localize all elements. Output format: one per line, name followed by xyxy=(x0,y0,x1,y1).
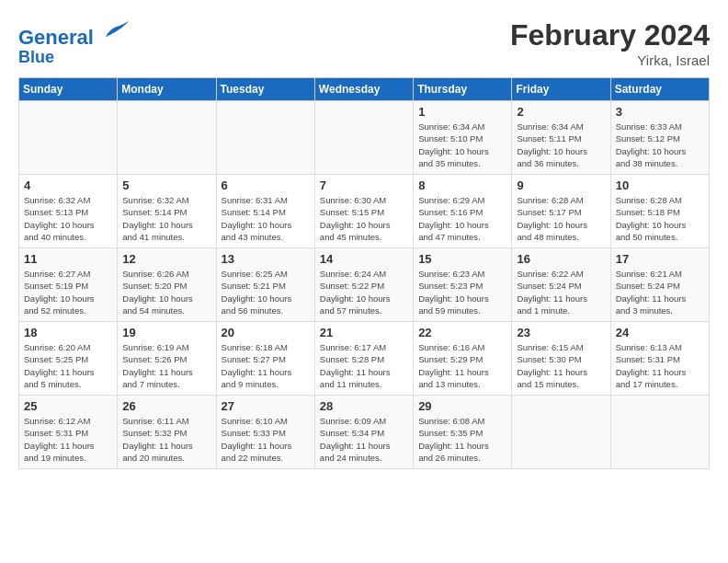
day-number: 4 xyxy=(24,178,112,192)
day-info: Sunrise: 6:30 AMSunset: 5:15 PMDaylight:… xyxy=(320,194,408,243)
day-number: 21 xyxy=(320,326,408,339)
weekday-header-thursday: Thursday xyxy=(414,78,512,101)
day-info: Sunrise: 6:09 AMSunset: 5:34 PMDaylight:… xyxy=(320,415,408,464)
day-number: 3 xyxy=(616,105,704,119)
day-info: Sunrise: 6:10 AMSunset: 5:33 PMDaylight:… xyxy=(222,415,310,464)
day-info: Sunrise: 6:22 AMSunset: 5:24 PMDaylight:… xyxy=(517,268,605,316)
calendar-cell: 9Sunrise: 6:28 AMSunset: 5:17 PMDaylight… xyxy=(512,175,610,248)
day-info: Sunrise: 6:12 AMSunset: 5:31 PMDaylight:… xyxy=(24,415,112,464)
day-number: 16 xyxy=(517,252,605,266)
day-info: Sunrise: 6:31 AMSunset: 5:14 PMDaylight:… xyxy=(222,194,310,243)
calendar-cell: 3Sunrise: 6:33 AMSunset: 5:12 PMDaylight… xyxy=(610,101,709,175)
day-info: Sunrise: 6:18 AMSunset: 5:27 PMDaylight:… xyxy=(222,341,310,390)
day-info: Sunrise: 6:32 AMSunset: 5:13 PMDaylight:… xyxy=(24,194,112,243)
day-info: Sunrise: 6:08 AMSunset: 5:35 PMDaylight:… xyxy=(418,415,506,464)
logo-bird-icon xyxy=(101,18,129,44)
day-number: 6 xyxy=(222,178,310,192)
calendar-cell: 4Sunrise: 6:32 AMSunset: 5:13 PMDaylight… xyxy=(19,175,118,248)
calendar-cell: 28Sunrise: 6:09 AMSunset: 5:34 PMDayligh… xyxy=(314,396,413,469)
week-row-3: 11Sunrise: 6:27 AMSunset: 5:19 PMDayligh… xyxy=(19,248,710,322)
calendar-cell: 21Sunrise: 6:17 AMSunset: 5:28 PMDayligh… xyxy=(314,322,413,396)
day-info: Sunrise: 6:34 AMSunset: 5:11 PMDaylight:… xyxy=(517,121,605,169)
weekday-header-friday: Friday xyxy=(512,78,610,101)
day-info: Sunrise: 6:11 AMSunset: 5:32 PMDaylight:… xyxy=(122,415,210,464)
day-info: Sunrise: 6:24 AMSunset: 5:22 PMDaylight:… xyxy=(320,268,408,316)
day-info: Sunrise: 6:26 AMSunset: 5:20 PMDaylight:… xyxy=(122,268,210,316)
day-info: Sunrise: 6:33 AMSunset: 5:12 PMDaylight:… xyxy=(616,121,704,169)
calendar-cell: 2Sunrise: 6:34 AMSunset: 5:11 PMDaylight… xyxy=(512,101,610,175)
day-info: Sunrise: 6:27 AMSunset: 5:19 PMDaylight:… xyxy=(24,268,112,316)
day-info: Sunrise: 6:19 AMSunset: 5:26 PMDaylight:… xyxy=(122,341,210,390)
day-info: Sunrise: 6:32 AMSunset: 5:14 PMDaylight:… xyxy=(122,194,210,243)
day-number: 13 xyxy=(222,252,310,266)
week-row-4: 18Sunrise: 6:20 AMSunset: 5:25 PMDayligh… xyxy=(19,322,710,396)
month-title: February 2024 xyxy=(510,18,710,52)
day-info: Sunrise: 6:34 AMSunset: 5:10 PMDaylight:… xyxy=(418,121,506,169)
calendar-cell: 12Sunrise: 6:26 AMSunset: 5:20 PMDayligh… xyxy=(118,248,216,322)
calendar-cell xyxy=(314,101,413,175)
logo-text2: Blue xyxy=(18,49,129,67)
calendar-cell: 1Sunrise: 6:34 AMSunset: 5:10 PMDaylight… xyxy=(414,101,512,175)
day-number: 25 xyxy=(24,399,112,413)
day-number: 20 xyxy=(222,326,310,339)
weekday-header-wednesday: Wednesday xyxy=(314,78,413,101)
day-info: Sunrise: 6:28 AMSunset: 5:18 PMDaylight:… xyxy=(616,194,704,243)
weekday-header-saturday: Saturday xyxy=(610,78,709,101)
day-info: Sunrise: 6:13 AMSunset: 5:31 PMDaylight:… xyxy=(616,341,704,390)
calendar-body: 1Sunrise: 6:34 AMSunset: 5:10 PMDaylight… xyxy=(19,101,710,469)
title-area: February 2024 Yirka, Israel xyxy=(510,18,710,68)
calendar-cell xyxy=(512,396,610,469)
calendar-cell: 13Sunrise: 6:25 AMSunset: 5:21 PMDayligh… xyxy=(216,248,314,322)
calendar-cell: 18Sunrise: 6:20 AMSunset: 5:25 PMDayligh… xyxy=(19,322,118,396)
day-number: 10 xyxy=(616,178,704,192)
weekday-header-row: SundayMondayTuesdayWednesdayThursdayFrid… xyxy=(19,78,710,101)
calendar-cell: 24Sunrise: 6:13 AMSunset: 5:31 PMDayligh… xyxy=(610,322,709,396)
calendar-cell: 15Sunrise: 6:23 AMSunset: 5:23 PMDayligh… xyxy=(414,248,512,322)
location: Yirka, Israel xyxy=(510,52,710,68)
calendar-cell: 19Sunrise: 6:19 AMSunset: 5:26 PMDayligh… xyxy=(118,322,216,396)
day-number: 18 xyxy=(24,326,112,339)
calendar-cell: 7Sunrise: 6:30 AMSunset: 5:15 PMDaylight… xyxy=(314,175,413,248)
day-number: 2 xyxy=(517,105,605,119)
calendar-cell: 6Sunrise: 6:31 AMSunset: 5:14 PMDaylight… xyxy=(216,175,314,248)
day-number: 7 xyxy=(320,178,408,192)
logo-text: General xyxy=(18,18,129,49)
calendar-cell: 16Sunrise: 6:22 AMSunset: 5:24 PMDayligh… xyxy=(512,248,610,322)
logo: General Blue xyxy=(18,18,129,67)
day-info: Sunrise: 6:15 AMSunset: 5:30 PMDaylight:… xyxy=(517,341,605,390)
day-number: 27 xyxy=(222,399,310,413)
calendar-cell: 17Sunrise: 6:21 AMSunset: 5:24 PMDayligh… xyxy=(610,248,709,322)
day-number: 5 xyxy=(122,178,210,192)
week-row-2: 4Sunrise: 6:32 AMSunset: 5:13 PMDaylight… xyxy=(19,175,710,248)
calendar-table: SundayMondayTuesdayWednesdayThursdayFrid… xyxy=(18,77,710,469)
calendar-cell: 14Sunrise: 6:24 AMSunset: 5:22 PMDayligh… xyxy=(314,248,413,322)
calendar-cell: 10Sunrise: 6:28 AMSunset: 5:18 PMDayligh… xyxy=(610,175,709,248)
day-number: 19 xyxy=(122,326,210,339)
day-number: 23 xyxy=(517,326,605,339)
day-number: 8 xyxy=(418,178,506,192)
day-number: 9 xyxy=(517,178,605,192)
calendar-cell: 27Sunrise: 6:10 AMSunset: 5:33 PMDayligh… xyxy=(216,396,314,469)
calendar-cell: 20Sunrise: 6:18 AMSunset: 5:27 PMDayligh… xyxy=(216,322,314,396)
day-number: 22 xyxy=(418,326,506,339)
day-number: 17 xyxy=(616,252,704,266)
day-info: Sunrise: 6:21 AMSunset: 5:24 PMDaylight:… xyxy=(616,268,704,316)
day-number: 15 xyxy=(418,252,506,266)
calendar-cell xyxy=(610,396,709,469)
day-number: 14 xyxy=(320,252,408,266)
day-info: Sunrise: 6:29 AMSunset: 5:16 PMDaylight:… xyxy=(418,194,506,243)
calendar-cell: 23Sunrise: 6:15 AMSunset: 5:30 PMDayligh… xyxy=(512,322,610,396)
day-info: Sunrise: 6:20 AMSunset: 5:25 PMDaylight:… xyxy=(24,341,112,390)
page-header: General Blue February 2024 Yirka, Israel xyxy=(18,18,710,68)
calendar-cell xyxy=(19,101,118,175)
week-row-1: 1Sunrise: 6:34 AMSunset: 5:10 PMDaylight… xyxy=(19,101,710,175)
calendar-cell: 5Sunrise: 6:32 AMSunset: 5:14 PMDaylight… xyxy=(118,175,216,248)
calendar-cell: 25Sunrise: 6:12 AMSunset: 5:31 PMDayligh… xyxy=(19,396,118,469)
weekday-header-sunday: Sunday xyxy=(19,78,118,101)
calendar-cell xyxy=(216,101,314,175)
day-number: 28 xyxy=(320,399,408,413)
day-number: 11 xyxy=(24,252,112,266)
calendar-cell: 11Sunrise: 6:27 AMSunset: 5:19 PMDayligh… xyxy=(19,248,118,322)
calendar-cell: 22Sunrise: 6:16 AMSunset: 5:29 PMDayligh… xyxy=(414,322,512,396)
week-row-5: 25Sunrise: 6:12 AMSunset: 5:31 PMDayligh… xyxy=(19,396,710,469)
